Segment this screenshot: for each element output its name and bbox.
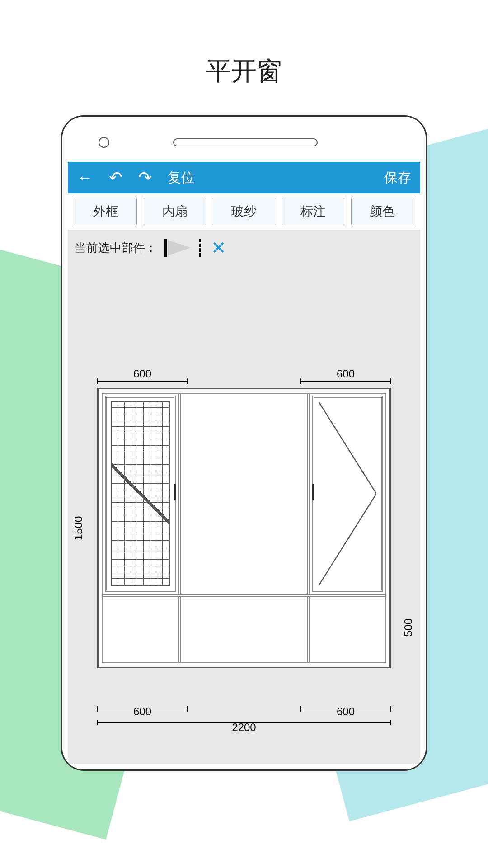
handle-icon bbox=[174, 484, 176, 500]
selected-component-row: 当前选中部件： ✕ bbox=[68, 230, 420, 266]
tab-color[interactable]: 颜色 bbox=[351, 198, 413, 225]
back-icon[interactable]: ← bbox=[77, 168, 93, 187]
dimension-right: 500 bbox=[402, 587, 416, 668]
undo-icon[interactable]: ↶ bbox=[109, 168, 122, 187]
window-pane-top-left[interactable] bbox=[103, 394, 181, 594]
app-toolbar: ← ↶ ↷ 复位 保存 bbox=[68, 162, 420, 193]
phone-mockup: ← ↶ ↷ 复位 保存 外框 内扇 玻纱 标注 颜色 当前选中部件： ✕ bbox=[61, 115, 427, 771]
tab-outer-frame[interactable]: 外框 bbox=[75, 198, 137, 225]
redo-icon[interactable]: ↷ bbox=[138, 168, 152, 187]
tab-glass-screen[interactable]: 玻纱 bbox=[213, 198, 275, 225]
tab-annotation[interactable]: 标注 bbox=[282, 198, 344, 225]
window-drawing[interactable]: 600 600 1500 500 bbox=[81, 388, 407, 682]
dimension-bottom-left: 600 bbox=[97, 705, 188, 718]
window-pane-bottom-center[interactable] bbox=[181, 597, 310, 662]
close-icon[interactable]: ✕ bbox=[211, 237, 226, 258]
reset-button[interactable]: 复位 bbox=[168, 169, 195, 187]
tab-row: 外框 内扇 玻纱 标注 颜色 bbox=[68, 193, 420, 230]
phone-speaker-icon bbox=[173, 138, 318, 146]
tab-inner-sash[interactable]: 内扇 bbox=[144, 198, 206, 225]
dim-line-top bbox=[81, 377, 407, 386]
selected-component-label: 当前选中部件： bbox=[75, 240, 157, 256]
window-pane-top-center[interactable] bbox=[181, 394, 310, 594]
save-button[interactable]: 保存 bbox=[384, 169, 411, 187]
mesh-screen-icon bbox=[111, 401, 170, 586]
handle-icon bbox=[312, 484, 314, 500]
window-pane-bottom-left[interactable] bbox=[103, 597, 181, 662]
window-outer-frame[interactable] bbox=[97, 388, 391, 668]
dimension-left: 1500 bbox=[72, 388, 86, 668]
app-screen: ← ↶ ↷ 复位 保存 外框 内扇 玻纱 标注 颜色 当前选中部件： ✕ bbox=[68, 162, 420, 764]
dimension-total-width: 2200 bbox=[97, 721, 391, 734]
window-pane-bottom-right[interactable] bbox=[310, 597, 385, 662]
canvas-area[interactable]: 600 600 1500 500 bbox=[68, 266, 420, 741]
page-title: 平开窗 bbox=[0, 54, 488, 89]
opening-direction-icon bbox=[319, 402, 376, 585]
phone-camera-icon bbox=[99, 137, 109, 148]
dimension-bottom-right: 600 bbox=[300, 705, 391, 718]
window-pane-top-right[interactable] bbox=[310, 394, 385, 594]
component-icon bbox=[164, 236, 204, 259]
